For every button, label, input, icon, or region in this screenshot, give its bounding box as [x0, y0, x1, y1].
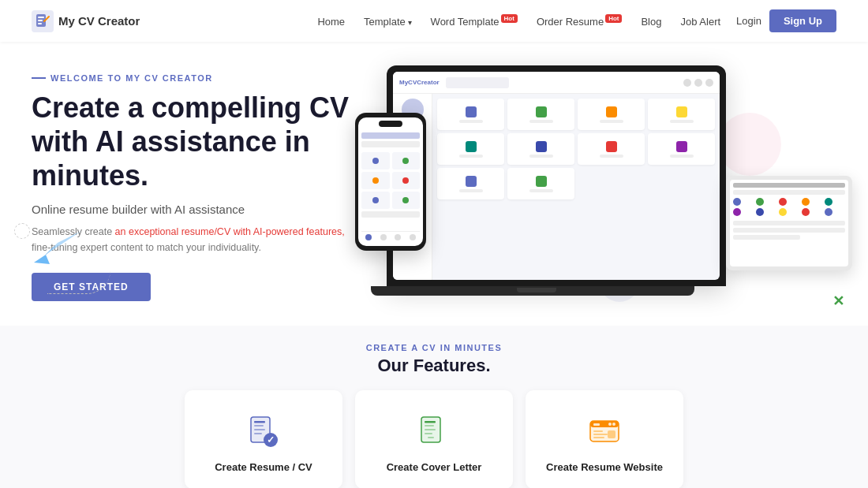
app-card-9 — [437, 168, 504, 199]
nav-item-home[interactable]: Home — [317, 14, 345, 28]
phone-row-3 — [361, 211, 420, 218]
card-icon-4 — [676, 106, 687, 117]
app-ui: MyCVCreator — [393, 72, 720, 280]
phone-row-2 — [361, 141, 420, 147]
phone-dot-6 — [402, 197, 409, 203]
tablet-screen — [730, 180, 848, 266]
svg-rect-17 — [425, 421, 436, 423]
tablet-row-2 — [733, 190, 845, 195]
feature-label-resume: Create Resume / CV — [215, 461, 312, 473]
tablet-dot-8 — [779, 208, 787, 216]
card-icon-10 — [536, 176, 547, 187]
nav-item-blog[interactable]: Blog — [641, 14, 661, 28]
login-button[interactable]: Login — [736, 15, 761, 27]
dashed-circle-decoration — [14, 223, 30, 239]
card-icon-9 — [466, 176, 477, 187]
svg-text:✓: ✓ — [267, 434, 275, 445]
app-body — [393, 94, 720, 280]
svg-rect-19 — [425, 429, 436, 430]
svg-rect-4 — [38, 23, 42, 24]
nav-item-word-template[interactable]: Word TemplateHot — [431, 14, 518, 28]
header-icon-1 — [683, 79, 691, 87]
signup-button[interactable]: Sign Up — [769, 9, 836, 32]
svg-rect-29 — [593, 437, 604, 438]
card-icon-8 — [676, 141, 687, 152]
phone-card-4 — [392, 172, 421, 189]
tablet-dot-4 — [802, 198, 810, 206]
tablet-mockup — [726, 176, 852, 270]
svg-rect-21 — [428, 437, 434, 438]
feature-card-resume[interactable]: ✓ Create Resume / CV — [185, 390, 342, 488]
close-icon[interactable]: ✕ — [832, 292, 844, 310]
svg-rect-2 — [38, 17, 44, 18]
nav-item-order-resume[interactable]: Order ResumeHot — [537, 14, 623, 28]
svg-point-26 — [608, 423, 612, 426]
app-grid — [437, 99, 715, 199]
phone-footer-dot-1 — [365, 234, 372, 240]
tablet-dot-3 — [779, 198, 787, 206]
phone-footer — [361, 231, 420, 243]
card-icon-6 — [536, 141, 547, 152]
hot-badge-2: Hot — [605, 14, 622, 23]
app-header: MyCVCreator — [393, 72, 720, 94]
logo-icon — [32, 10, 54, 32]
phone-dot-5 — [372, 197, 379, 203]
card-text-3 — [600, 120, 623, 123]
svg-rect-11 — [254, 425, 264, 427]
hot-badge: Hot — [501, 14, 518, 23]
bg-circle-pink — [718, 113, 781, 176]
tablet-dot-2 — [756, 198, 764, 206]
nav-item-template[interactable]: Template — [364, 14, 412, 28]
svg-point-25 — [612, 423, 615, 426]
phone-grid — [361, 152, 420, 209]
card-icon-3 — [606, 106, 617, 117]
card-icon-1 — [466, 106, 477, 117]
card-icon-7 — [606, 141, 617, 152]
hero-section: WELCOME TO MY CV CREATOR Create a compel… — [0, 42, 868, 326]
card-text-4 — [670, 120, 694, 123]
phone-row-1 — [361, 132, 420, 139]
app-card-8 — [648, 133, 715, 165]
tablet-dot-7 — [756, 208, 764, 216]
features-title: Our Features. — [32, 356, 836, 376]
feature-label-website: Create Resume Website — [546, 461, 663, 473]
phone-dot-4 — [402, 177, 409, 184]
nav-links: Home Template Word TemplateHot Order Res… — [317, 14, 720, 28]
phone-footer-dot-4 — [410, 234, 416, 240]
phone-screen — [358, 117, 423, 246]
svg-rect-20 — [425, 433, 432, 434]
svg-rect-27 — [593, 430, 603, 432]
svg-rect-13 — [254, 433, 262, 434]
card-text-2 — [529, 120, 553, 123]
nav-item-job-alert[interactable]: Job Alert — [680, 14, 720, 28]
phone-card-6 — [392, 192, 421, 209]
hero-tag: WELCOME TO MY CV CREATOR — [32, 73, 363, 83]
tablet-row-1 — [733, 183, 845, 188]
phone-dot-2 — [402, 158, 409, 164]
phone-card-5 — [361, 192, 390, 209]
app-card-2 — [507, 99, 574, 130]
logo-text: My CV Creator — [58, 14, 140, 28]
phone-footer-dot-2 — [380, 234, 387, 240]
phone-dot-1 — [372, 158, 379, 164]
feature-card-website[interactable]: Create Resume Website — [526, 390, 683, 488]
svg-marker-6 — [34, 255, 50, 264]
tablet-row-5 — [733, 235, 800, 240]
app-card-7 — [578, 133, 645, 165]
navbar: My CV Creator Home Template Word Templat… — [0, 0, 868, 42]
phone-card-2 — [392, 152, 421, 169]
phone-dot-3 — [372, 177, 379, 184]
phone-card-1 — [361, 152, 390, 169]
app-header-icons — [683, 79, 713, 87]
card-text-6 — [529, 155, 553, 158]
cover-letter-icon — [414, 412, 454, 452]
resume-icon: ✓ — [244, 412, 283, 452]
card-icon-5 — [466, 141, 477, 152]
card-icon-2 — [536, 106, 547, 117]
header-icon-2 — [694, 79, 702, 87]
feature-card-cover-letter[interactable]: Create Cover Letter — [355, 390, 513, 488]
app-card-3 — [578, 99, 645, 130]
tablet-dot-6 — [733, 208, 741, 216]
feature-label-cover-letter: Create Cover Letter — [387, 461, 482, 473]
svg-rect-28 — [593, 434, 608, 435]
